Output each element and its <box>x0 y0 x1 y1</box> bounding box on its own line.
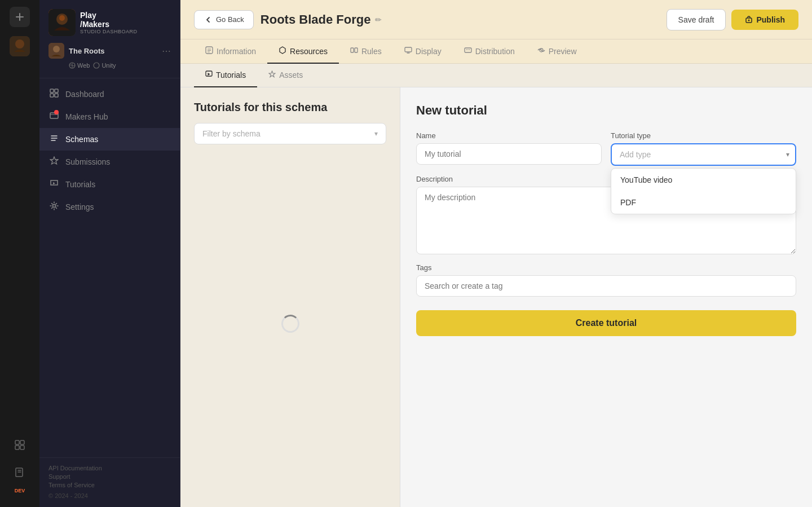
header-actions: Save draft Publish <box>667 9 798 30</box>
settings-icon <box>48 201 60 213</box>
copyright: © 2024 - 2024 <box>48 492 88 499</box>
edit-icon[interactable]: ✏ <box>375 15 382 24</box>
tab-preview[interactable]: Preview <box>526 39 588 64</box>
tutorials-subtab-icon <box>205 70 213 80</box>
main-header: Go Back Roots Blade Forge ✏ Save draft P… <box>180 0 812 39</box>
save-draft-button[interactable]: Save draft <box>667 9 726 30</box>
information-tab-icon <box>205 46 213 56</box>
terms-link[interactable]: Terms of Service <box>48 482 171 488</box>
brand-logo <box>48 9 76 36</box>
org-avatar-rail[interactable] <box>10 36 30 56</box>
sub-tabs: Tutorials Assets <box>180 64 812 87</box>
filter-placeholder: Filter by schema <box>202 129 261 138</box>
brand-subtitle: STUDIO DASHBOARD <box>80 29 138 34</box>
name-group: Name <box>416 131 602 166</box>
sidebar-item-schemas[interactable]: Schemas <box>39 128 180 151</box>
org-name: The Roots <box>69 47 157 55</box>
tutorials-icon <box>48 179 60 190</box>
tutorial-type-select-container: Add type YouTube video PDF ▾ YouTube vid… <box>611 143 796 166</box>
form-title: New tutorial <box>416 103 796 118</box>
dropdown-item-youtube[interactable]: YouTube video <box>611 169 796 191</box>
name-input[interactable] <box>416 143 602 165</box>
sidebar-header: Play/Makers STUDIO DASHBOARD The Roots ⋯ <box>39 0 180 78</box>
makers-hub-badge <box>54 110 59 114</box>
svg-rect-6 <box>15 446 19 449</box>
filter-dropdown-chevron: ▾ <box>374 130 378 138</box>
org-avatar <box>48 43 64 59</box>
svg-point-14 <box>53 46 60 52</box>
svg-rect-21 <box>55 94 58 97</box>
loading-area <box>194 153 386 493</box>
svg-rect-7 <box>20 446 24 449</box>
display-tab-icon <box>404 46 412 56</box>
tutorials-panel-title: Tutorials for this schema <box>194 101 386 114</box>
svg-point-29 <box>748 19 750 21</box>
sidebar-nav: Dashboard Makers Hub Schemas <box>39 78 180 457</box>
sidebar-item-makers-hub[interactable]: Makers Hub <box>39 105 180 128</box>
svg-point-3 <box>15 39 24 49</box>
org-dots-button[interactable]: ⋯ <box>162 46 171 56</box>
sidebar: Play/Makers STUDIO DASHBOARD The Roots ⋯ <box>39 0 180 507</box>
add-button[interactable] <box>10 7 30 27</box>
submissions-icon <box>48 156 60 167</box>
distribution-tab-icon <box>464 46 472 56</box>
tutorial-type-label: Tutorial type <box>611 131 796 140</box>
api-docs-link[interactable]: API Documentation <box>48 465 171 471</box>
tags-input[interactable] <box>416 275 796 297</box>
assets-subtab-icon <box>268 70 276 80</box>
icon-rail: DEV <box>0 0 39 507</box>
svg-rect-34 <box>351 48 354 52</box>
sidebar-item-submissions[interactable]: Submissions <box>39 151 180 173</box>
svg-rect-20 <box>50 94 54 97</box>
publish-button[interactable]: Publish <box>731 10 798 30</box>
tags-label: Tags <box>416 263 796 272</box>
sidebar-item-settings[interactable]: Settings <box>39 196 180 218</box>
sidebar-item-tutorials[interactable]: Tutorials <box>39 173 180 196</box>
sidebar-item-settings-label: Settings <box>65 202 94 211</box>
sidebar-item-tutorials-label: Tutorials <box>65 180 95 189</box>
sub-tab-assets[interactable]: Assets <box>257 64 314 87</box>
sidebar-footer: API Documentation Support Terms of Servi… <box>39 457 180 507</box>
sidebar-item-submissions-label: Submissions <box>65 157 110 166</box>
tutorial-type-group: Tutorial type Add type YouTube video PDF… <box>611 131 796 166</box>
sidebar-item-makers-hub-label: Makers Hub <box>65 112 108 121</box>
page-title-container: Roots Blade Forge ✏ <box>261 12 382 27</box>
main-tabs: Information Resources Rules <box>180 39 812 64</box>
svg-rect-35 <box>355 48 358 52</box>
name-type-row: Name Tutorial type Add type YouTube vide… <box>416 131 796 166</box>
sidebar-item-dashboard[interactable]: Dashboard <box>39 83 180 105</box>
sub-tab-tutorials[interactable]: Tutorials <box>194 64 257 87</box>
svg-rect-5 <box>20 440 24 444</box>
type-dropdown-menu: YouTube video PDF <box>611 168 796 214</box>
tab-resources[interactable]: Resources <box>267 39 339 64</box>
svg-rect-4 <box>15 440 19 444</box>
rules-tab-icon <box>350 46 358 56</box>
go-back-button[interactable]: Go Back <box>194 10 254 29</box>
org-tag-web: Web <box>69 62 90 69</box>
tab-information[interactable]: Information <box>194 39 267 64</box>
page-title: Roots Blade Forge <box>261 12 371 27</box>
resources-tab-icon <box>279 46 286 56</box>
main-content: Go Back Roots Blade Forge ✏ Save draft P… <box>180 0 812 507</box>
community-icon-button[interactable] <box>8 434 31 456</box>
dev-badge: DEV <box>15 488 25 493</box>
tab-distribution[interactable]: Distribution <box>453 39 526 64</box>
brand-text: Play/Makers STUDIO DASHBOARD <box>80 11 138 34</box>
filter-dropdown[interactable]: Filter by schema ▾ <box>194 123 386 144</box>
svg-point-12 <box>59 15 65 21</box>
brand: Play/Makers STUDIO DASHBOARD <box>48 9 171 36</box>
org-tag-unity: Unity <box>93 62 116 69</box>
tutorial-type-select[interactable]: Add type YouTube video PDF <box>611 143 796 166</box>
book-icon-button[interactable] <box>8 461 31 483</box>
tab-display[interactable]: Display <box>393 39 453 64</box>
new-tutorial-panel: New tutorial Name Tutorial type Add type… <box>400 87 812 507</box>
tutorials-panel: Tutorials for this schema Filter by sche… <box>180 87 400 507</box>
dropdown-item-pdf[interactable]: PDF <box>611 191 796 214</box>
create-tutorial-button[interactable]: Create tutorial <box>416 310 796 336</box>
org-tags: Web Unity <box>69 62 171 69</box>
support-link[interactable]: Support <box>48 473 171 480</box>
sidebar-item-dashboard-label: Dashboard <box>65 90 104 99</box>
tab-rules[interactable]: Rules <box>339 39 393 64</box>
brand-name: Play/Makers <box>80 11 138 29</box>
header-left: Go Back Roots Blade Forge ✏ <box>194 10 382 29</box>
